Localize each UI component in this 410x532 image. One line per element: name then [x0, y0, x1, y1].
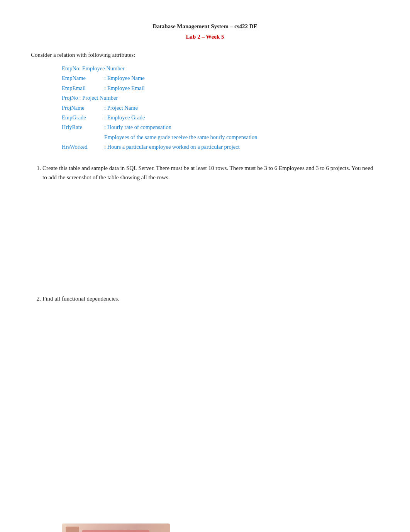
attr-name-empgrade: EmpGrade: [62, 113, 104, 122]
attr-desc-empname: : Employee Name: [104, 73, 145, 83]
attr-row-empemail: EmpEmail : Employee Email: [62, 83, 379, 93]
sub-title: Lab 2 – Week 5: [31, 34, 379, 40]
intro-text: Consider a relation with following attri…: [31, 52, 379, 58]
attr-row-empgrade: EmpGrade : Employee Grade: [62, 113, 379, 122]
attr-desc-projname: : Project Name: [104, 103, 138, 113]
spacer-2: [31, 307, 379, 500]
attr-name-hrsworked: HrsWorked: [62, 142, 104, 152]
page-header: Database Management System – cs422 DE La…: [31, 23, 379, 40]
attr-row-empname: EmpName : Employee Name: [62, 73, 379, 83]
question-1: Create this table and sample data in SQL…: [42, 163, 379, 182]
attr-row-empno: EmpNo: Employee Number: [62, 64, 379, 73]
attr-name-empemail: EmpEmail: [62, 83, 104, 93]
attr-desc-empgrade: : Employee Grade: [104, 113, 145, 122]
main-title: Database Management System – cs422 DE: [31, 23, 379, 30]
attr-name-empno: EmpNo: Employee Number: [62, 64, 125, 73]
blurred-image-decoration: [62, 524, 170, 532]
attr-name-empname: EmpName: [62, 73, 104, 83]
attr-name-projname: ProjName: [62, 103, 104, 113]
attr-row-projno: ProjNo : Project Number: [62, 93, 379, 103]
question-2: Find all functional dependencies.: [42, 294, 379, 303]
attr-extra-hrlyrate: Employees of the same grade receive the …: [104, 133, 379, 142]
attr-row-projname: ProjName : Project Name: [62, 103, 379, 113]
attr-desc-hrlyrate: : Hourly rate of compensation: [104, 122, 171, 132]
blurred-lines: [82, 530, 166, 532]
blurred-square: [66, 527, 79, 532]
spacer-1: [31, 186, 379, 286]
blurred-line-1: [82, 530, 149, 532]
attr-row-hrsworked: HrsWorked : Hours a particular employee …: [62, 142, 379, 152]
question-2-text: Find all functional dependencies.: [42, 296, 119, 302]
attr-desc-empemail: : Employee Email: [104, 83, 145, 93]
question-1-text: Create this table and sample data in SQL…: [42, 165, 373, 180]
questions-section: Create this table and sample data in SQL…: [31, 163, 379, 182]
attr-row-hrlyrate: HrlyRate : Hourly rate of compensation: [62, 122, 379, 132]
attr-name-projno: ProjNo : Project Number: [62, 93, 118, 103]
attributes-block: EmpNo: Employee Number EmpName : Employe…: [62, 64, 379, 152]
questions-section-2: Find all functional dependencies.: [31, 294, 379, 303]
attr-name-hrlyrate: HrlyRate: [62, 122, 104, 132]
attr-desc-hrsworked: : Hours a particular employee worked on …: [104, 142, 240, 152]
